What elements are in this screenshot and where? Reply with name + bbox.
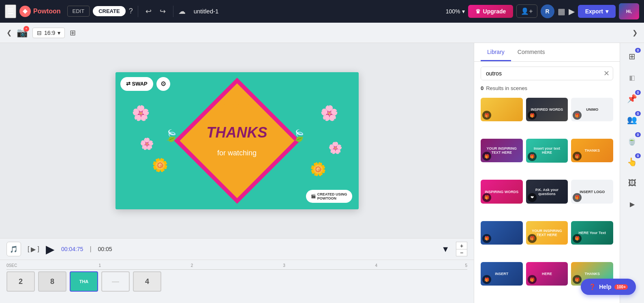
zoom-out-button[interactable]: − (456, 249, 467, 256)
aspect-ratio-button[interactable]: ⊟ 16:9 ▾ (32, 28, 65, 38)
export-chevron-icon: ▾ (605, 8, 608, 15)
track-thumb-4[interactable]: — (101, 271, 130, 292)
panel-item-badge-10: 🎁 (482, 234, 491, 243)
timeline-arrow: ▼ (441, 245, 449, 254)
user-avatar-container: R (541, 4, 554, 18)
ruler-0: 0SEC (6, 263, 17, 268)
checkerboard-panel-button[interactable]: ◧ (622, 67, 642, 88)
ruler-3: 3 (283, 263, 285, 268)
video-panel-button[interactable]: ▶ (622, 194, 642, 214)
export-button[interactable]: Export ▾ (578, 5, 616, 18)
image-panel-button[interactable]: 🖼 (622, 173, 642, 193)
library-item[interactable]: INSERT LOGO 🎁 (571, 180, 613, 203)
canvas-slide[interactable]: 🌸 🌸 🌼 🌸 🌸 🌼 🍃 🍃 ★ ★ ★ THANKS for watchin… (116, 72, 359, 209)
swap-button[interactable]: ⇄ SWAP (120, 77, 153, 91)
avatars-panel-button[interactable]: 👥 0 (622, 110, 642, 130)
aspect-ratio-icon: ⊟ (37, 30, 42, 36)
music-add-button[interactable]: 🎵 (6, 242, 21, 256)
play-section-icon[interactable]: ▶ (31, 245, 36, 253)
library-item[interactable]: UNIMO 🎁 (571, 98, 613, 121)
panel-item-badge-9: 🎁 (573, 193, 582, 202)
track-thumb-1[interactable]: 2 (6, 271, 35, 292)
track-thumb-3[interactable]: THA (70, 271, 98, 292)
zoom-buttons: + − (456, 242, 467, 256)
ruler-5: 5 (465, 263, 467, 268)
upgrade-label: Upgrade (483, 8, 506, 15)
play-preview-button[interactable]: ▶ (569, 6, 575, 16)
panel-item-text-15: THANKS (584, 271, 601, 277)
objects-panel-button[interactable]: 🍵 0 (622, 131, 642, 151)
logo-icon (19, 6, 31, 17)
main-area: 🌸 🌸 🌼 🌸 🌸 🌼 🍃 🍃 ★ ★ ★ THANKS for watchin… (0, 43, 644, 303)
swap-label: SWAP (132, 81, 148, 87)
stars-decoration: ★ ★ ★ (217, 99, 257, 111)
expand-left-button[interactable]: ❮ (6, 29, 12, 37)
results-count: 0 (481, 85, 484, 91)
camera-button[interactable]: 📷 + (17, 28, 28, 38)
video-icon: ▶ (630, 200, 635, 208)
panel-item-badge-13: 🎁 (482, 275, 491, 284)
user-avatar[interactable]: R (541, 4, 554, 18)
layouts-icon: ⊞ (629, 52, 635, 61)
search-clear-button[interactable]: ✕ (600, 67, 613, 80)
library-item[interactable]: P.K. Ask your questions ❤ (526, 180, 568, 203)
menu-icon[interactable]: ☰ (5, 4, 16, 18)
panel-item-text-12: HERE Your Text (578, 230, 607, 236)
library-item[interactable]: 🎁 (481, 221, 523, 245)
app-logo[interactable]: Powtoon (19, 6, 61, 17)
flower-5: 🌸 (328, 141, 342, 155)
library-item[interactable]: INSPIRED WORDS 🎁 (526, 98, 568, 121)
export-label: Export (585, 8, 603, 15)
zoom-in-button[interactable]: + (456, 242, 467, 249)
upgrade-crown-icon: ♛ (475, 8, 481, 15)
hand-panel-button[interactable]: 👆 0 (622, 152, 642, 172)
swap-icon: ⇄ (126, 81, 131, 87)
hand-badge: 0 (635, 153, 640, 158)
library-item[interactable]: YOUR INSPIRING TEXT HERE 🎁 (481, 139, 523, 162)
ruler-2: 2 (191, 263, 193, 268)
timeline: 🎵 [ ▶ ] ▶ 00:04:75 | 00:05 ▼ + − (0, 238, 474, 303)
ruler: 0SEC 1 2 3 4 5 (6, 262, 467, 270)
upgrade-button[interactable]: ♛ Upgrade (468, 5, 513, 18)
layouts-panel-button[interactable]: ⊞ 0 (622, 46, 642, 67)
help-button[interactable]: ❓ Help 100+ (581, 279, 636, 295)
edit-mode-button[interactable]: EDIT (67, 6, 90, 17)
library-item[interactable]: INSPIRING WORDS 🎁 (481, 180, 523, 203)
library-item[interactable]: YOUR INSPIRING TEXT HERE 🎁 (526, 221, 568, 245)
library-item[interactable]: HERE 🎁 (526, 262, 568, 286)
tab-library[interactable]: Library (481, 43, 511, 61)
tab-comments[interactable]: Comments (511, 43, 552, 61)
panel-item-badge-8: ❤ (528, 193, 537, 202)
panel-item-badge-5: 🎁 (528, 152, 537, 161)
search-input[interactable] (481, 67, 600, 80)
cloud-save-icon[interactable]: ☁ (178, 7, 186, 16)
track-thumb-2[interactable]: 8 (38, 271, 66, 292)
library-item[interactable]: HERE Your Text 🎁 (571, 221, 613, 245)
present-icon[interactable]: ▦ (558, 6, 565, 16)
layouts-badge: 0 (635, 48, 640, 53)
grid-view-button[interactable]: ⊞ (70, 28, 76, 37)
slide-settings-button[interactable]: ⚙ (156, 77, 170, 91)
document-title[interactable]: untitled-1 (194, 8, 219, 15)
zoom-control[interactable]: 100% ▾ (446, 8, 465, 15)
library-item[interactable]: 🎁 (481, 98, 523, 121)
add-user-button[interactable]: 👤+ (516, 4, 537, 18)
undo-button[interactable]: ↩ (143, 5, 154, 17)
timeline-play-button[interactable]: ▶ (46, 243, 55, 256)
powtoon-logo-icon: 🎬 (311, 194, 316, 198)
redo-button[interactable]: ↪ (157, 5, 168, 17)
panel-item-badge-7: 🎁 (482, 193, 491, 202)
help-icon[interactable]: ? (129, 7, 133, 15)
pin-panel-button[interactable]: 📌 0 (622, 88, 642, 109)
bracket-right-icon: ] (37, 245, 39, 253)
panel-grid: 🎁 INSPIRED WORDS 🎁 UNIMO 🎁 YOUR INSPIRIN… (474, 95, 620, 303)
create-mode-button[interactable]: CREATE (93, 6, 125, 16)
library-item[interactable]: Insert your text HERE 🎁 (526, 139, 568, 162)
camera-badge: + (24, 26, 29, 32)
library-item[interactable]: THANKS 🎁 (571, 139, 613, 162)
help-question-icon: ❓ (589, 284, 596, 290)
library-item[interactable]: INSERT 🎁 (481, 262, 523, 286)
expand-right-button[interactable]: ❯ (632, 29, 638, 37)
track-thumb-5[interactable]: 4 (133, 271, 161, 292)
user-thumbnail[interactable]: Hi, (619, 3, 639, 19)
